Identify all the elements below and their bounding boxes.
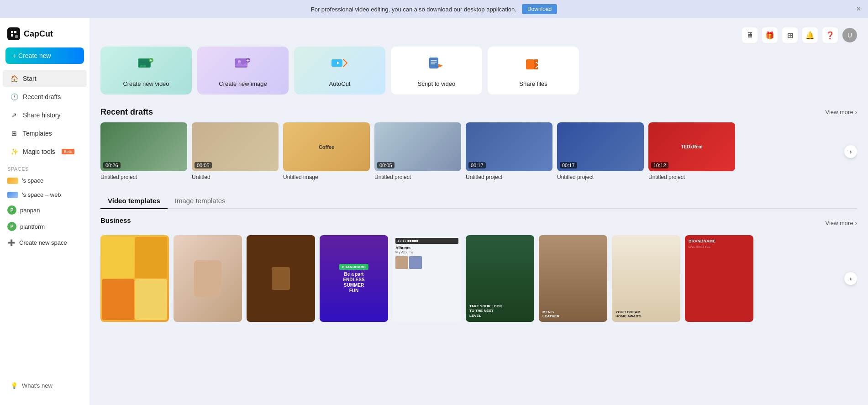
template-card-2[interactable] [174,235,242,322]
share-files-card[interactable]: Share files [488,47,579,95]
space-label: 's space – web [22,191,61,198]
bell-icon-button[interactable]: 🔔 [802,27,818,43]
tab-image-templates[interactable]: Image templates [168,193,233,209]
template-card-7[interactable]: MEN'SLEATHER [539,235,607,322]
draft-thumb: 00:05 [374,122,461,171]
sidebar-item-share-history[interactable]: ↗ Share history [3,106,87,124]
draft-card-3[interactable]: Coffee Untitled image [283,122,370,180]
draft-name: Untitled image [283,174,370,180]
draft-card-5[interactable]: 00:17 Untitled project [466,122,552,180]
sidebar-item-label: Magic tools [23,148,55,155]
sidebar-space-2[interactable]: 's space – web [0,188,89,202]
home-icon: 🏠 [10,74,18,83]
template-card-3[interactable] [247,235,315,322]
space-initial-icon: P [7,205,16,215]
draft-card-6[interactable]: 00:17 Untitled project [557,122,644,180]
space-avatar-icon [7,178,18,184]
download-button[interactable]: Download [522,4,557,14]
space-label: panpan [20,207,40,214]
create-image-card[interactable]: Create new image [197,47,289,95]
space-label: plantform [20,223,45,230]
template-card-8[interactable]: YOUR DREAMHOME AWAITS [612,235,680,322]
lightbulb-icon: 💡 [10,381,18,389]
template-card-1[interactable] [100,235,169,322]
clock-icon: 🕐 [10,93,18,101]
app-layout: CapCut + Create new 🏠 Start 🕐 Recent dra… [0,18,868,405]
create-video-card[interactable]: Create new video [100,47,192,95]
templates-scroll-right[interactable]: › [844,272,857,285]
tab-video-templates[interactable]: Video templates [100,193,168,209]
draft-duration: 00:26 [103,162,121,168]
svg-rect-12 [526,59,534,69]
autocut-card-label: AutoCut [329,80,351,87]
svg-rect-0 [7,27,20,40]
draft-duration: 10:12 [651,162,668,168]
svg-rect-4 [140,65,143,68]
sidebar-item-magic-tools[interactable]: ✨ Magic tools Beta [3,143,87,160]
beta-badge: Beta [62,149,75,154]
templates-icon: ⊞ [10,129,18,137]
draft-duration: 00:05 [377,162,395,168]
recent-drafts-view-more[interactable]: View more › [825,109,857,116]
top-banner: For professional video editing, you can … [0,0,868,18]
share-card-label: Share files [519,80,547,87]
business-view-more[interactable]: View more › [825,220,857,226]
autocut-card[interactable]: AutoCut [294,47,385,95]
whats-new-button[interactable]: 💡 What's new [3,377,87,394]
whats-new-label: What's new [22,382,53,389]
magic-icon: ✨ [10,147,18,156]
drafts-scroll-right[interactable]: › [844,145,857,158]
help-icon-button[interactable]: ❓ [822,27,838,43]
draft-card-1[interactable]: 00:26 Untitled project [100,122,187,180]
sidebar-item-label: Templates [23,130,52,137]
monitor-icon-button[interactable]: 🖥 [742,27,758,43]
sidebar-item-recent-drafts[interactable]: 🕐 Recent drafts [3,88,87,105]
create-new-space-button[interactable]: ➕ Create new space [0,235,89,250]
sidebar-item-label: Share history [23,111,60,119]
share-icon: ↗ [10,111,18,119]
business-section-header: Business View more › [100,216,857,230]
draft-name: Untitled [192,174,279,180]
banner-text: For professional video editing, you can … [311,6,516,13]
draft-thumb: 00:17 [557,122,644,171]
recent-drafts-header: Recent drafts View more › [100,107,857,117]
image-card-label: Create new image [219,80,267,87]
user-avatar[interactable]: U [842,28,857,42]
share-card-icon [522,54,544,76]
draft-name: Untitled project [466,174,552,180]
script-to-video-card[interactable]: Script to video [391,47,482,95]
logo: CapCut [0,24,89,47]
plus-icon: ➕ [7,238,16,247]
draft-card-7[interactable]: TEDxRem 10:12 Untitled project [648,122,735,180]
sidebar-bottom: 💡 What's new [0,371,89,400]
template-card-4[interactable]: BRANDNAME Be a partENDLESSSUMMERFUN [320,235,388,322]
svg-rect-1 [15,35,18,38]
space-avatar-icon [7,192,18,198]
draft-duration: 00:17 [560,162,577,168]
sidebar-item-start[interactable]: 🏠 Start [3,70,87,87]
script-card-label: Script to video [418,80,455,87]
draft-thumb: 00:17 [466,122,552,171]
video-card-label: Create new video [123,80,169,87]
draft-name: Untitled project [100,174,187,180]
sidebar-item-templates[interactable]: ⊞ Templates [3,125,87,142]
sidebar-item-label: Recent drafts [23,93,61,100]
template-card-9[interactable]: BRANDNAME LIVE IN STYLE [685,235,753,322]
main-content: 🖥 🎁 ⊞ 🔔 ❓ U Create [89,18,868,405]
template-card-6[interactable]: TAKE YOUR LOOKTO THE NEXTLEVEL [466,235,534,322]
draft-card-4[interactable]: 00:05 Untitled project [374,122,461,180]
draft-card-2[interactable]: 00:05 Untitled [192,122,279,180]
template-card-5[interactable]: 11:11 ■■■■■ Albums My Albums [393,235,461,322]
autocut-card-icon [329,54,351,76]
logo-text: CapCut [24,29,53,39]
spaces-label: Spaces [0,161,89,174]
sidebar-space-1[interactable]: 's space [0,174,89,188]
sidebar: CapCut + Create new 🏠 Start 🕐 Recent dra… [0,18,89,405]
sidebar-space-plantform[interactable]: P plantform [0,218,89,235]
space-label: 's space [22,177,43,184]
gift-icon-button[interactable]: 🎁 [762,27,778,43]
layout-icon-button[interactable]: ⊞ [782,27,798,43]
create-new-button[interactable]: + Create new [5,47,84,64]
sidebar-space-panpan[interactable]: P panpan [0,202,89,218]
banner-close-button[interactable]: × [857,5,861,13]
